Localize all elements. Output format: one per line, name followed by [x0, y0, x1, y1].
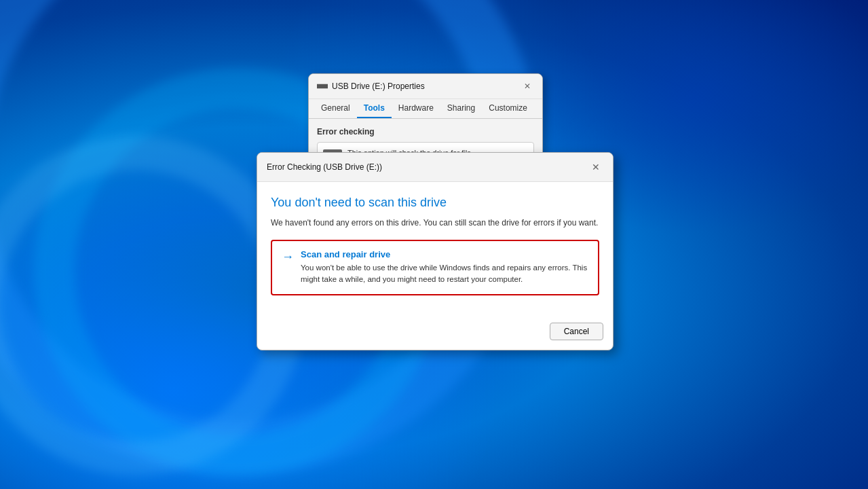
error-checking-dialog: Error Checking (USB Drive (E:)) ✕ You do… — [257, 152, 614, 350]
scan-option-content: Scan and repair drive You won't be able … — [301, 249, 588, 286]
error-checking-close-button[interactable]: ✕ — [588, 160, 603, 175]
tab-general[interactable]: General — [314, 99, 357, 118]
error-checking-body: You don't need to scan this drive We hav… — [257, 182, 613, 317]
tab-customize[interactable]: Customize — [482, 99, 534, 118]
properties-titlebar: USB Drive (E:) Properties ✕ — [309, 74, 542, 99]
scan-option-title: Scan and repair drive — [301, 249, 588, 259]
properties-tabs: General Tools Hardware Sharing Customize — [309, 99, 542, 119]
tab-tools[interactable]: Tools — [357, 99, 392, 118]
error-cancel-button[interactable]: Cancel — [550, 323, 603, 340]
error-checking-section-title: Error checking — [317, 127, 534, 137]
tab-hardware[interactable]: Hardware — [392, 99, 440, 118]
no-scan-description: We haven't found any errors on this driv… — [271, 217, 599, 229]
properties-title: USB Drive (E:) Properties — [332, 82, 425, 91]
properties-close-button[interactable]: ✕ — [521, 79, 534, 93]
error-checking-titlebar: Error Checking (USB Drive (E:)) ✕ — [257, 153, 613, 182]
error-checking-footer: Cancel — [257, 317, 613, 350]
drive-icon — [317, 81, 328, 92]
arrow-icon: → — [282, 250, 294, 264]
error-checking-title: Error Checking (USB Drive (E:)) — [267, 162, 382, 172]
scan-repair-option[interactable]: → Scan and repair drive You won't be abl… — [271, 240, 599, 295]
tab-sharing[interactable]: Sharing — [440, 99, 482, 118]
no-scan-heading: You don't need to scan this drive — [271, 196, 599, 210]
scan-option-description: You won't be able to use the drive while… — [301, 262, 588, 286]
properties-title-area: USB Drive (E:) Properties — [317, 81, 425, 92]
